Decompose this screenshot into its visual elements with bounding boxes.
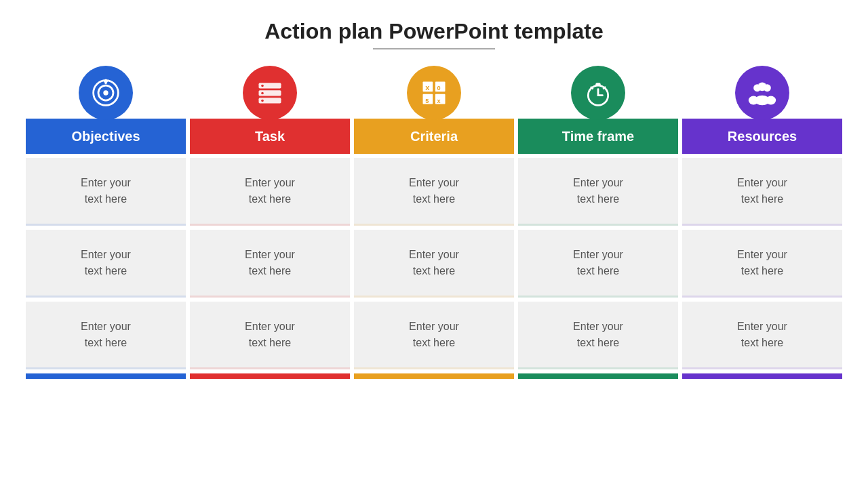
- svg-text:x: x: [425, 83, 430, 92]
- cell-3-2[interactable]: Enter yourtext here: [190, 302, 350, 369]
- cell-2-5[interactable]: Enter yourtext here: [682, 230, 842, 298]
- cell-1-4[interactable]: Enter yourtext here: [518, 158, 678, 226]
- svg-text:5: 5: [425, 98, 429, 104]
- bottom-bar-timeframe: [518, 373, 678, 379]
- cell-1-5[interactable]: Enter yourtext here: [682, 158, 842, 226]
- svg-point-16: [261, 85, 264, 87]
- grid-icon: x 0 5 x: [419, 78, 449, 108]
- title-divider: [373, 48, 495, 49]
- resources-icon-circle: [735, 66, 789, 120]
- header-task: Task: [190, 119, 350, 154]
- cell-2-3[interactable]: Enter yourtext here: [354, 230, 514, 298]
- target-icon: [91, 78, 121, 108]
- cell-2-4[interactable]: Enter yourtext here: [518, 230, 678, 298]
- header-objectives: Objectives: [26, 119, 186, 154]
- cell-2-2[interactable]: Enter yourtext here: [190, 230, 350, 298]
- cell-2-1[interactable]: Enter yourtext here: [26, 230, 186, 298]
- cell-1-1[interactable]: Enter yourtext here: [26, 158, 186, 226]
- criteria-icon-circle: x 0 5 x: [407, 66, 461, 120]
- cell-3-5[interactable]: Enter yourtext here: [682, 302, 842, 369]
- task-icon-circle: [243, 66, 297, 120]
- cell-3-3[interactable]: Enter yourtext here: [354, 302, 514, 369]
- bottom-bars: [24, 373, 844, 379]
- data-row-2: Enter yourtext hereEnter yourtext hereEn…: [24, 230, 844, 298]
- action-plan-table: x 0 5 x: [24, 66, 844, 379]
- col-objectives: [24, 66, 188, 119]
- header-row: Objectives Task Criteria Time frame Reso…: [24, 119, 844, 154]
- svg-text:0: 0: [437, 85, 441, 92]
- data-rows: Enter yourtext hereEnter yourtext hereEn…: [24, 158, 844, 369]
- clock-icon: [583, 78, 613, 108]
- list-icon: [255, 78, 285, 108]
- col-task: [188, 66, 352, 119]
- objectives-icon-circle: [79, 66, 133, 120]
- data-row-1: Enter yourtext hereEnter yourtext hereEn…: [24, 158, 844, 226]
- header-criteria: Criteria: [354, 119, 514, 154]
- svg-rect-30: [595, 83, 600, 85]
- col-resources: [680, 66, 844, 119]
- header-timeframe: Time frame: [518, 119, 678, 154]
- people-icon: [747, 78, 777, 108]
- bottom-bar-criteria: [354, 373, 514, 379]
- icon-row: x 0 5 x: [24, 66, 844, 119]
- data-row-3: Enter yourtext hereEnter yourtext hereEn…: [24, 302, 844, 369]
- svg-point-38: [766, 96, 776, 105]
- svg-point-17: [261, 92, 264, 95]
- svg-point-10: [103, 90, 108, 95]
- cell-1-3[interactable]: Enter yourtext here: [354, 158, 514, 226]
- bottom-bar-task: [190, 373, 350, 379]
- cell-3-4[interactable]: Enter yourtext here: [518, 302, 678, 369]
- svg-point-18: [261, 100, 264, 102]
- col-timeframe: [516, 66, 680, 119]
- bottom-bar-objectives: [26, 373, 186, 379]
- header-resources: Resources: [682, 119, 842, 154]
- timeframe-icon-circle: [571, 66, 625, 120]
- svg-point-37: [749, 96, 759, 105]
- col-criteria: x 0 5 x: [352, 66, 516, 119]
- cell-3-1[interactable]: Enter yourtext here: [26, 302, 186, 369]
- cell-1-2[interactable]: Enter yourtext here: [190, 158, 350, 226]
- svg-point-35: [758, 82, 767, 91]
- page-title: Action plan PowerPoint template: [264, 19, 604, 44]
- bottom-bar-resources: [682, 373, 842, 379]
